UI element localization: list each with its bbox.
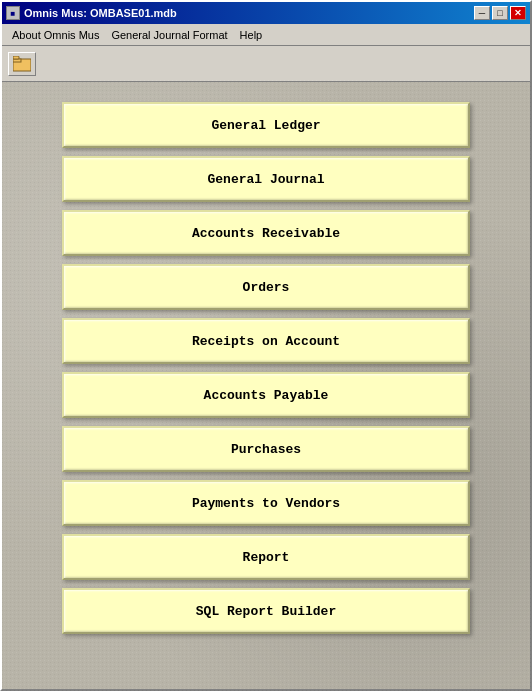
report-button[interactable]: Report <box>62 534 470 580</box>
title-bar-left: ■ Omnis Mus: OMBASE01.mdb <box>6 6 177 20</box>
toolbar <box>2 46 530 82</box>
sql-report-builder-button[interactable]: SQL Report Builder <box>62 588 470 634</box>
general-ledger-button[interactable]: General Ledger <box>62 102 470 148</box>
folder-icon <box>13 56 31 72</box>
menu-bar: About Omnis Mus General Journal Format H… <box>2 24 530 46</box>
svg-rect-2 <box>13 56 19 59</box>
maximize-button[interactable]: □ <box>492 6 508 20</box>
window-icon: ■ <box>6 6 20 20</box>
window-title: Omnis Mus: OMBASE01.mdb <box>24 7 177 19</box>
title-buttons: ─ □ ✕ <box>474 6 526 20</box>
menu-general-journal-format[interactable]: General Journal Format <box>105 27 233 43</box>
receipts-on-account-button[interactable]: Receipts on Account <box>62 318 470 364</box>
main-window: ■ Omnis Mus: OMBASE01.mdb ─ □ ✕ About Om… <box>0 0 532 691</box>
orders-button[interactable]: Orders <box>62 264 470 310</box>
general-journal-button[interactable]: General Journal <box>62 156 470 202</box>
toolbar-icon-button[interactable] <box>8 52 36 76</box>
title-bar: ■ Omnis Mus: OMBASE01.mdb ─ □ ✕ <box>2 2 530 24</box>
menu-about-omnis-mus[interactable]: About Omnis Mus <box>6 27 105 43</box>
accounts-payable-button[interactable]: Accounts Payable <box>62 372 470 418</box>
payments-to-vendors-button[interactable]: Payments to Vendors <box>62 480 470 526</box>
accounts-receivable-button[interactable]: Accounts Receivable <box>62 210 470 256</box>
minimize-button[interactable]: ─ <box>474 6 490 20</box>
main-content: General Ledger General Journal Accounts … <box>2 82 530 689</box>
menu-help[interactable]: Help <box>234 27 269 43</box>
purchases-button[interactable]: Purchases <box>62 426 470 472</box>
close-button[interactable]: ✕ <box>510 6 526 20</box>
